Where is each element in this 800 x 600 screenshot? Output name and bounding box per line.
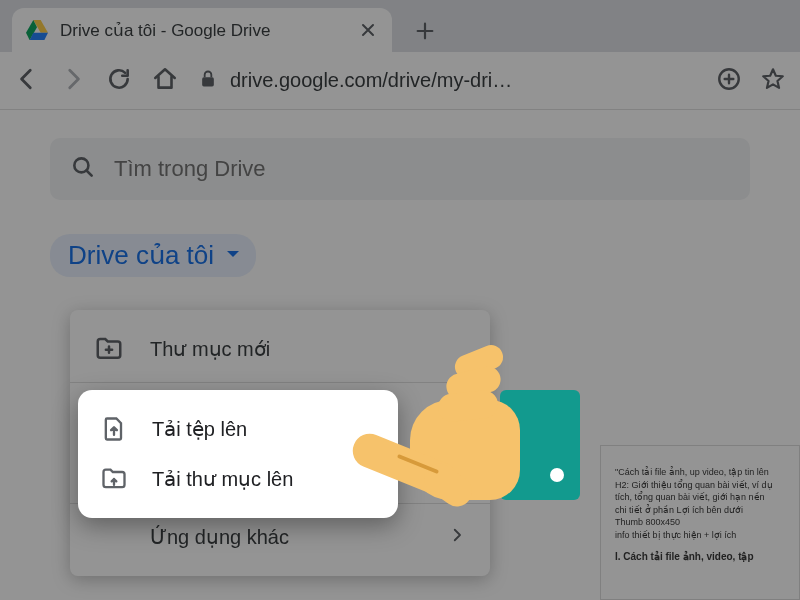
menu-item-new-folder[interactable]: Thư mục mới: [70, 322, 490, 376]
search-placeholder: Tìm trong Drive: [114, 156, 266, 182]
drive-search-bar[interactable]: Tìm trong Drive: [50, 138, 750, 200]
folder-upload-icon: [100, 465, 128, 493]
my-drive-dropdown[interactable]: Drive của tôi: [50, 234, 256, 277]
bookmark-star-icon[interactable]: [760, 66, 786, 96]
search-icon: [70, 154, 96, 184]
home-button[interactable]: [152, 66, 178, 96]
google-drive-icon: [26, 20, 48, 40]
doc-line: tích, tổng quan bài viết, giới hạn nền: [615, 491, 785, 504]
browser-tabstrip: Drive của tôi - Google Drive: [0, 0, 800, 52]
menu-separator: [70, 382, 490, 383]
close-tab-icon[interactable]: [358, 20, 378, 40]
menu-label: Ứng dụng khác: [150, 525, 422, 549]
menu-item-upload-folder[interactable]: Tải thư mục lên: [78, 454, 398, 504]
menu-label: Tải thư mục lên: [152, 467, 293, 491]
reload-button[interactable]: [106, 66, 132, 96]
back-button[interactable]: [14, 66, 40, 96]
chevron-down-icon: [224, 245, 242, 267]
menu-label: Tải tệp lên: [152, 417, 247, 441]
file-upload-icon: [100, 415, 128, 443]
tab-title: Drive của tôi - Google Drive: [60, 20, 346, 41]
doc-line: info thiết bị thực hiện + lợi ích: [615, 529, 785, 542]
placeholder-icon: [94, 522, 124, 552]
menu-item-more-apps[interactable]: Ứng dụng khác: [70, 510, 490, 564]
address-bar-text[interactable]: drive.google.com/drive/my-dri…: [230, 69, 512, 92]
new-folder-icon: [94, 334, 124, 364]
doc-line: "Cách tải file ảnh, up video, tập tin lê…: [615, 466, 785, 479]
menu-label: Thư mục mới: [150, 337, 466, 361]
browser-toolbar: drive.google.com/drive/my-dri…: [0, 52, 800, 110]
forward-button[interactable]: [60, 66, 86, 96]
doc-line: chi tiết ở phần Lợi ích bên dưới: [615, 504, 785, 517]
doc-line: H2: Giới thiệu tổng quan bài viết, ví dụ: [615, 479, 785, 492]
lock-icon: [198, 69, 218, 93]
highlighted-upload-options: Tải tệp lên Tải thư mục lên: [78, 390, 398, 518]
zoom-add-icon[interactable]: [716, 66, 742, 96]
chevron-right-icon: [448, 526, 466, 548]
menu-item-upload-file[interactable]: Tải tệp lên: [78, 404, 398, 454]
browser-tab-active[interactable]: Drive của tôi - Google Drive: [12, 8, 392, 52]
new-tab-button[interactable]: [408, 14, 442, 48]
document-thumbnail[interactable]: "Cách tải file ảnh, up video, tập tin lê…: [600, 445, 800, 600]
doc-line: Thumb 800x450: [615, 516, 785, 529]
breadcrumb-label: Drive của tôi: [68, 240, 214, 271]
svg-rect-3: [202, 77, 214, 86]
doc-heading: I. Cách tải file ảnh, video, tập: [615, 550, 785, 564]
